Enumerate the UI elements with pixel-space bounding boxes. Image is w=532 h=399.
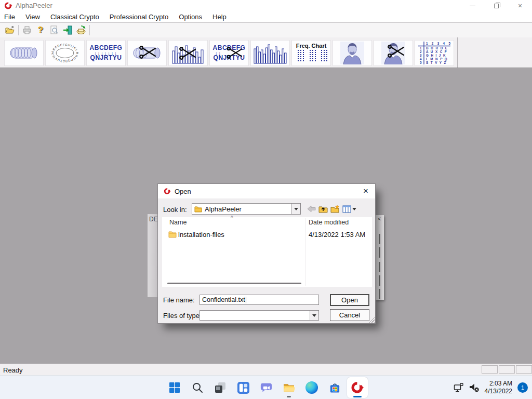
crypto-toolbar: ABCDEFGHIJKLMNOPQRSTUVWXYZ ABCDEFG ↓↓↓↓↓… xyxy=(0,37,532,68)
svg-text:1 2 3 4 5: 1 2 3 4 5 xyxy=(426,42,451,45)
status-pane xyxy=(482,365,498,374)
chat-button[interactable] xyxy=(256,377,276,398)
column-header-date-modified[interactable]: Date modified xyxy=(309,219,349,226)
view-menu-button[interactable] xyxy=(342,204,356,214)
restore-button[interactable] xyxy=(484,0,508,11)
file-name-input[interactable]: Confidential.txt xyxy=(200,295,319,305)
svg-text:?: ? xyxy=(38,25,43,35)
notification-badge[interactable]: 1 xyxy=(517,382,528,393)
search-button[interactable] xyxy=(187,377,208,398)
edge-button[interactable] xyxy=(301,377,322,398)
widgets-button[interactable] xyxy=(233,377,254,398)
help-button[interactable]: ? ? xyxy=(34,24,47,36)
store-icon xyxy=(329,382,341,394)
dialog-title: Open xyxy=(175,188,191,195)
dialog-title-bar: Open × xyxy=(158,184,375,198)
toolbar-separator xyxy=(457,37,458,68)
restore-icon xyxy=(494,4,499,8)
clock[interactable]: 2:03 AM 4/13/2022 xyxy=(485,380,512,395)
column-divider[interactable] xyxy=(305,218,305,286)
vigenere-crack-button[interactable] xyxy=(374,40,413,66)
export-icon xyxy=(76,25,86,35)
exit-button[interactable] xyxy=(61,24,74,36)
look-in-dropdown-button[interactable] xyxy=(291,204,300,214)
look-in-label: Look in: xyxy=(163,206,187,214)
horizontal-scrollbar[interactable] xyxy=(167,283,301,284)
standard-toolbar: ? ? xyxy=(0,23,532,37)
alphapeeler-taskbar-button[interactable] xyxy=(347,377,368,398)
alphapeeler-logo-icon xyxy=(351,381,364,394)
open-button[interactable]: Open xyxy=(330,294,369,306)
scrollbar-mark xyxy=(379,262,380,272)
svg-text:2: 2 xyxy=(420,50,422,54)
new-folder-button[interactable] xyxy=(330,204,340,214)
task-view-button[interactable] xyxy=(210,377,231,398)
widgets-icon xyxy=(237,382,249,394)
background-window-left-edge[interactable]: DE xyxy=(148,214,157,297)
scissors-icon xyxy=(388,45,405,58)
menu-professional-crypto[interactable]: Professional Crypto xyxy=(104,13,174,21)
menu-file[interactable]: File xyxy=(4,13,20,21)
network-icon[interactable] xyxy=(454,382,464,393)
look-in-combobox[interactable]: AlphaPeeler xyxy=(192,203,301,215)
file-explorer-button[interactable] xyxy=(278,377,299,398)
look-in-value: AlphaPeeler xyxy=(205,205,291,213)
files-of-type-combobox[interactable] xyxy=(200,310,319,321)
text-caret xyxy=(246,297,246,303)
view-menu-icon xyxy=(342,205,351,213)
column-header-name[interactable]: Name xyxy=(169,219,187,226)
frequency-crack-button[interactable] xyxy=(168,40,208,66)
freq-chart-button[interactable]: Freq. Chart xyxy=(291,40,331,66)
minimize-button[interactable] xyxy=(460,0,484,11)
files-of-type-dropdown-button[interactable] xyxy=(310,311,318,320)
svg-text:5: 5 xyxy=(420,61,422,64)
print-button[interactable] xyxy=(20,24,34,36)
frequency-histogram-button[interactable] xyxy=(250,40,290,66)
cipher-disk-button[interactable]: ABCDEFGHIJKLMNOPQRSTUVWXYZ xyxy=(45,40,85,66)
print-preview-button[interactable] xyxy=(47,24,61,36)
menu-view[interactable]: View xyxy=(20,13,45,21)
substitution-button[interactable]: ABCDEFG ↓↓↓↓↓↓↓ QNJRTYU xyxy=(86,40,126,66)
polybius-square-button[interactable]: 1 2 3 4 5 1 2 3 4 5 B O R D E A U X C F … xyxy=(415,40,454,66)
sort-ascending-icon[interactable]: ^ xyxy=(231,215,233,221)
open-file-button[interactable] xyxy=(3,24,17,36)
store-button[interactable] xyxy=(324,377,345,398)
dialog-close-button[interactable]: × xyxy=(360,185,372,197)
mdi-client-area: DE < Open × Look in: AlphaPeeler xyxy=(0,68,532,364)
scrollbar-mark xyxy=(379,289,380,299)
vigenere-button[interactable] xyxy=(332,40,372,66)
scytale-button[interactable] xyxy=(4,40,44,66)
scissors-icon xyxy=(179,47,197,60)
back-button[interactable] xyxy=(306,204,316,214)
status-pane xyxy=(499,365,515,374)
file-row[interactable]: installation-files 4/13/2022 1:53 AM xyxy=(162,230,302,240)
export-button[interactable] xyxy=(74,24,88,36)
menu-classical-crypto[interactable]: Classical Crypto xyxy=(45,13,104,21)
scytale-crack-button[interactable] xyxy=(127,40,167,66)
file-name-label: File name: xyxy=(163,296,195,304)
open-dialog: Open × Look in: AlphaPeeler xyxy=(157,183,376,324)
substitution-crack-button[interactable]: ABCDEFG ↓↓ QNJRTYU xyxy=(209,40,249,66)
edge-icon xyxy=(305,381,318,394)
close-icon: × xyxy=(518,2,522,9)
menu-options[interactable]: Options xyxy=(174,13,207,21)
cancel-button[interactable]: Cancel xyxy=(330,309,369,321)
volume-muted-icon[interactable] xyxy=(469,382,480,393)
alphapeeler-logo-icon xyxy=(4,2,12,10)
dotted-columns-icon xyxy=(294,49,328,63)
status-text: Ready xyxy=(3,366,23,374)
taskbar: 2:03 AM 4/13/2022 1 xyxy=(0,375,532,399)
background-window-right-edge[interactable]: < xyxy=(376,215,384,300)
help-icon: ? ? xyxy=(35,25,46,35)
status-bar: Ready xyxy=(0,364,532,375)
up-one-level-button[interactable] xyxy=(318,204,328,214)
start-button[interactable] xyxy=(164,377,185,398)
svg-text:3: 3 xyxy=(420,54,422,57)
menu-help[interactable]: Help xyxy=(207,13,232,21)
new-folder-icon xyxy=(330,205,340,213)
running-indicator xyxy=(287,396,291,397)
minimize-icon xyxy=(470,6,475,6)
close-button[interactable]: × xyxy=(508,0,532,11)
file-list-header: Name ^ Date modified xyxy=(162,217,372,228)
scissors-icon xyxy=(139,46,157,59)
